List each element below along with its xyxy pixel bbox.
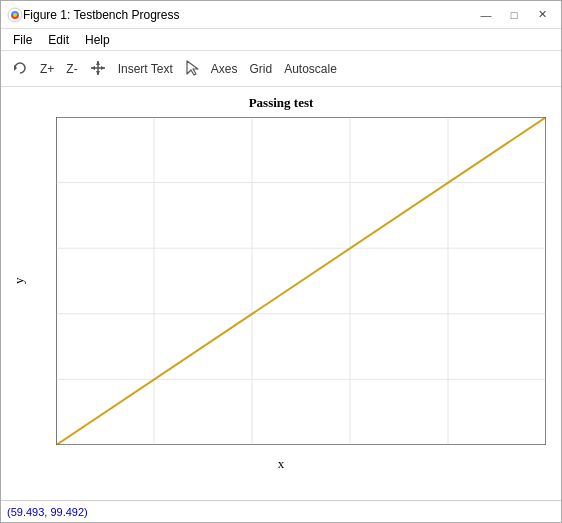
zoom-out-label: Z- (66, 62, 77, 76)
plot-container: Passing test y (1, 87, 561, 500)
zoom-in-button[interactable]: Z+ (35, 55, 59, 83)
select-icon (185, 60, 199, 78)
axes-label: Axes (211, 62, 238, 76)
autoscale-label: Autoscale (284, 62, 337, 76)
select-button[interactable] (180, 55, 204, 83)
insert-text-button[interactable]: Insert Text (113, 55, 178, 83)
app-icon (7, 7, 23, 23)
svg-point-1 (13, 13, 17, 17)
svg-marker-5 (96, 61, 100, 65)
svg-marker-7 (91, 66, 95, 70)
autoscale-button[interactable]: Autoscale (279, 55, 342, 83)
zoom-in-label: Z+ (40, 62, 54, 76)
pan-icon (90, 60, 106, 78)
svg-marker-8 (101, 66, 105, 70)
plot-area: 0 20 40 60 80 100 0 20 40 60 80 100 (56, 117, 546, 445)
y-axis-label: y (11, 117, 27, 445)
svg-marker-9 (187, 61, 198, 75)
maximize-button[interactable]: □ (501, 5, 527, 25)
reset-zoom-button[interactable] (7, 55, 33, 83)
insert-text-label: Insert Text (118, 62, 173, 76)
chart-svg: 0 20 40 60 80 100 0 20 40 60 80 100 (56, 117, 546, 445)
chart-title: Passing test (1, 87, 561, 111)
grid-button[interactable]: Grid (245, 55, 278, 83)
title-bar: Figure 1: Testbench Progress — □ ✕ (1, 1, 561, 29)
menu-help[interactable]: Help (77, 31, 118, 49)
main-window: Figure 1: Testbench Progress — □ ✕ File … (0, 0, 562, 523)
menu-edit[interactable]: Edit (40, 31, 77, 49)
zoom-out-button[interactable]: Z- (61, 55, 82, 83)
toolbar: Z+ Z- Insert Text (1, 51, 561, 87)
svg-marker-6 (96, 71, 100, 75)
window-title: Figure 1: Testbench Progress (23, 8, 473, 22)
menu-bar: File Edit Help (1, 29, 561, 51)
coordinates-display: (59.493, 99.492) (7, 506, 88, 518)
minimize-button[interactable]: — (473, 5, 499, 25)
status-bar: (59.493, 99.492) (1, 500, 561, 522)
window-controls: — □ ✕ (473, 5, 555, 25)
grid-label: Grid (250, 62, 273, 76)
x-axis-label: x (1, 456, 561, 472)
close-button[interactable]: ✕ (529, 5, 555, 25)
menu-file[interactable]: File (5, 31, 40, 49)
pan-button[interactable] (85, 55, 111, 83)
reset-icon (12, 60, 28, 78)
axes-button[interactable]: Axes (206, 55, 243, 83)
